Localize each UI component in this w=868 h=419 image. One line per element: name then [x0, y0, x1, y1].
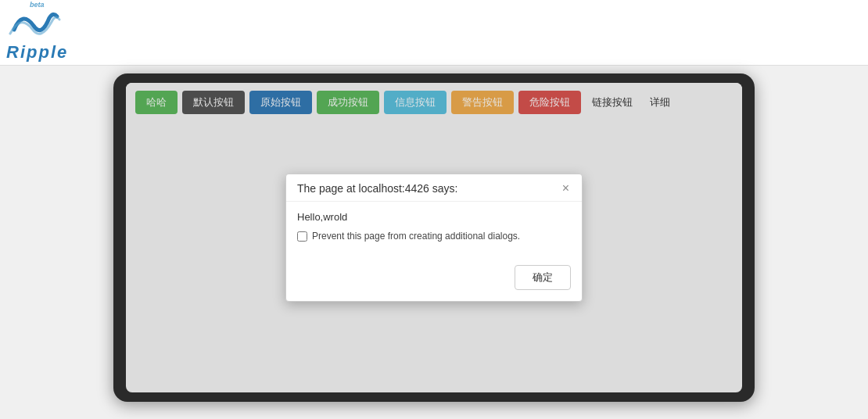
tablet-frame: 哈哈 默认按钮 原始按钮 成功按钮 信息按钮 警告按钮 危险按钮 链接按钮 详细… [113, 73, 755, 402]
dialog-checkbox-label: Prevent this page from creating addition… [312, 231, 520, 242]
beta-label: beta [28, 1, 46, 9]
dialog-title: The page at localhost:4426 says: [297, 182, 457, 195]
dialog-message: Hello,wrold [297, 211, 571, 223]
logo-icon [6, 2, 61, 45]
dialog-ok-button[interactable]: 确定 [515, 265, 571, 290]
dialog-checkbox-row: Prevent this page from creating addition… [297, 231, 571, 242]
dialog-box: The page at localhost:4426 says: × Hello… [285, 174, 583, 302]
header: beta Ripple [0, 0, 868, 66]
dialog-header: The page at localhost:4426 says: × [286, 174, 582, 202]
main-content: 哈哈 默认按钮 原始按钮 成功按钮 信息按钮 警告按钮 危险按钮 链接按钮 详细… [0, 66, 868, 419]
logo-text: Ripple [6, 42, 68, 63]
dialog-checkbox[interactable] [297, 231, 307, 242]
logo: beta Ripple [6, 2, 68, 63]
dialog-footer: 确定 [286, 265, 582, 301]
dialog-overlay: The page at localhost:4426 says: × Hello… [126, 83, 742, 392]
dialog-close-button[interactable]: × [561, 182, 571, 195]
dialog-body: Hello,wrold Prevent this page from creat… [286, 202, 582, 265]
tablet-screen: 哈哈 默认按钮 原始按钮 成功按钮 信息按钮 警告按钮 危险按钮 链接按钮 详细… [126, 83, 742, 392]
